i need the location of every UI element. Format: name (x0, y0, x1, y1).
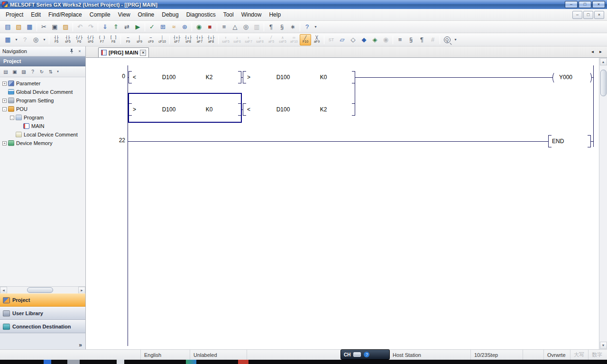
menu-compile[interactable]: Compile (86, 10, 114, 19)
pin-icon[interactable] (68, 48, 75, 55)
online-program-change-button[interactable]: ≈ (168, 22, 179, 32)
scroll-track[interactable] (7, 287, 78, 294)
comment-display-button[interactable]: ≡ (395, 35, 405, 45)
copy-button[interactable]: ▣ (49, 22, 60, 32)
or-rising-pulse-af7[interactable]: ┤↑├aF7 (194, 34, 205, 46)
pulse-op-saf7[interactable]: ↑saF7 (243, 34, 254, 46)
taskbar-app-icon[interactable] (67, 360, 80, 364)
note-display-button[interactable]: ¶ (416, 35, 427, 45)
tab-scroll-right-icon[interactable]: ► (597, 48, 604, 55)
invert-result-af5[interactable]: /aF5 (266, 34, 277, 46)
rising-pulse-sf7[interactable]: ┤↑├sF7 (171, 34, 183, 46)
help-button[interactable]: ? (302, 22, 313, 32)
ladder-help-button[interactable]: ? (19, 35, 30, 45)
menu-debug[interactable]: Debug (158, 10, 182, 19)
tab-close-icon[interactable]: × (140, 50, 146, 56)
minimize-button[interactable]: – (565, 1, 578, 8)
save-project-button[interactable]: ▦ (24, 22, 35, 32)
tab-prg-main[interactable]: [PRG] MAIN × (98, 47, 149, 57)
stop-monitoring-button[interactable]: ■ (204, 22, 215, 32)
falling-pulse-sf8[interactable]: ┤↓├sF8 (183, 34, 194, 46)
instruction-af10[interactable]: ▭aF10 (288, 34, 300, 46)
open-project-button[interactable]: ▧ (13, 22, 24, 32)
cut-button[interactable]: ✂ (38, 22, 49, 32)
tree-item-global-device-comment[interactable]: Global Device Comment (0, 88, 85, 96)
scroll-track[interactable] (600, 66, 607, 341)
ime-help-icon[interactable]: ? (364, 352, 369, 357)
tab-scroll-left-icon[interactable]: ◄ (589, 48, 596, 55)
start-monitoring-button[interactable]: ◉ (193, 22, 204, 32)
application-instruction-f8[interactable]: [ ]F8 (108, 34, 119, 46)
compare-contact-c2[interactable]: > D100 K0 (243, 71, 355, 83)
delete-line-af9[interactable]: ╳aF9 (311, 34, 322, 46)
monitor-mode-button[interactable]: ◈ (369, 35, 380, 45)
scroll-thumb[interactable] (27, 287, 53, 293)
ime-language-bar[interactable]: CH ? (340, 349, 390, 360)
find-dropdown[interactable]: ▾ (41, 35, 47, 45)
taskbar-app-icon[interactable] (238, 360, 248, 364)
ladder-symbol-list-button[interactable]: ▦ (2, 35, 13, 45)
or-falling-pulse-af8[interactable]: ┤↓├aF8 (205, 34, 217, 46)
zoom-button[interactable]: Q (441, 35, 452, 45)
editor-vertical-scrollbar[interactable]: ▲ ▼ (599, 58, 607, 349)
close-icon[interactable]: × (76, 48, 83, 55)
statement-display-button[interactable]: § (276, 22, 287, 32)
scroll-down-icon[interactable]: ▼ (600, 342, 607, 349)
close-button[interactable]: × (592, 1, 605, 8)
tree-item-pou[interactable]: - POU (0, 105, 85, 113)
edit-mode-button[interactable]: ▱ (337, 35, 348, 45)
keyboard-icon[interactable] (353, 352, 361, 357)
remote-operation-button[interactable]: ▶ (132, 22, 143, 32)
new-item-icon[interactable]: ▤ (1, 67, 10, 76)
menu-help[interactable]: Help (265, 10, 285, 19)
read-mode-button[interactable]: ◇ (348, 35, 359, 45)
tree-item-device-memory[interactable]: + Device Memory (0, 139, 85, 147)
output-coil-y000[interactable]: Y000 (552, 71, 592, 83)
expand-icon[interactable]: + (2, 99, 7, 103)
delete-vertical-line-cf10[interactable]: ┆cF10 (156, 34, 168, 46)
tree-item-parameter[interactable]: + Parameter (0, 79, 85, 88)
redo-button[interactable]: ↷ (85, 22, 96, 32)
expand-icon[interactable]: + (2, 82, 7, 86)
scroll-up-icon[interactable]: ▲ (600, 58, 607, 65)
vertical-line-sf9[interactable]: │sF9 (134, 34, 145, 46)
view-button-project[interactable]: Project (0, 293, 85, 307)
collapse-icon[interactable]: - (2, 107, 7, 111)
compare-contact-c4[interactable]: < D100 K2 (243, 103, 355, 116)
entry-data-monitor-button[interactable]: △ (230, 22, 240, 32)
copy-item-icon[interactable]: ▣ (10, 67, 19, 76)
paste-item-icon[interactable]: ▨ (19, 67, 28, 76)
menu-find-replace[interactable]: Find/Replace (45, 10, 86, 19)
menu-tool[interactable]: Tool (220, 10, 238, 19)
scroll-left-icon[interactable]: ◄ (0, 287, 7, 294)
device-list-button[interactable]: ▥ (251, 22, 262, 32)
build-button[interactable]: ⊞ (157, 22, 168, 32)
monitor-write-mode-button[interactable]: ◉ (380, 35, 391, 45)
tree-item-program[interactable]: - Program (0, 113, 85, 122)
closed-contact-f6[interactable]: ┤/├F6 (74, 34, 85, 46)
mdi-restore-button[interactable]: □ (583, 11, 593, 19)
rebuild-all-button[interactable]: ⊛ (179, 22, 190, 32)
coil-f7[interactable]: ( )F7 (96, 34, 108, 46)
sort-dropdown-icon[interactable]: ▾ (55, 67, 60, 76)
mdi-close-button[interactable]: × (594, 11, 604, 19)
pulse-op-saf6[interactable]: ↓saF6 (231, 34, 243, 46)
result-pulse-caf5[interactable]: ∧caF5 (277, 34, 288, 46)
edit-line-f10[interactable]: ╱F10 (300, 34, 311, 46)
tree-item-local-device-comment[interactable]: Local Device Comment (0, 130, 85, 139)
taskbar-app-icon[interactable] (186, 360, 196, 364)
write-mode-button[interactable]: ◆ (359, 35, 369, 45)
read-from-plc-button[interactable]: ⇑ (110, 22, 121, 32)
horizontal-line-f9[interactable]: ─F9 (122, 34, 134, 46)
device-display-button[interactable]: # (427, 35, 438, 45)
new-project-button[interactable]: ▤ (2, 22, 13, 32)
menu-edit[interactable]: Edit (27, 10, 45, 19)
pulse-op-saf5[interactable]: ↑saF5 (220, 34, 231, 46)
or-closed-contact-sf6[interactable]: ┤/├sF6 (85, 34, 96, 46)
expand-icon[interactable]: + (2, 141, 7, 146)
refresh-icon[interactable]: ↻ (37, 67, 46, 76)
menu-online[interactable]: Online (134, 10, 158, 19)
pulse-op-saf8[interactable]: ↓saF8 (254, 34, 266, 46)
tree-item-main[interactable]: MAIN (0, 122, 85, 130)
or-open-contact-sf5[interactable]: ┤├sF5 (62, 34, 74, 46)
